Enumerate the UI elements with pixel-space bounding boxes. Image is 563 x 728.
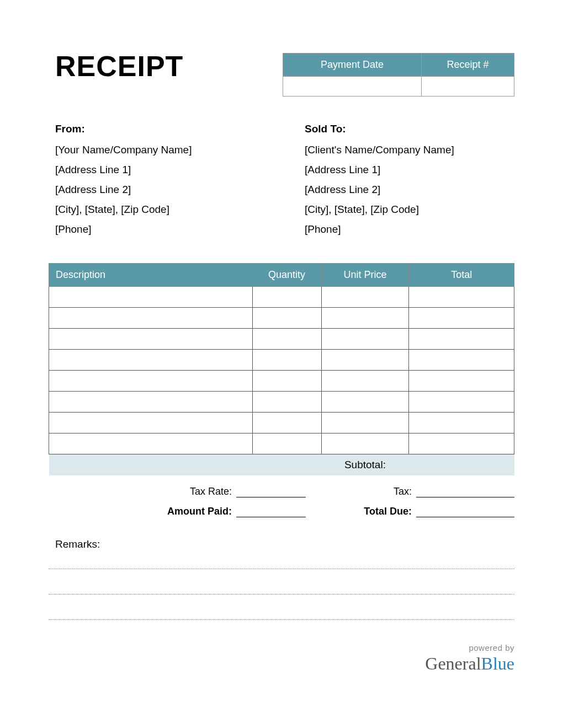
tax-rate-label: Tax Rate: [49, 486, 236, 497]
items-table: Description Quantity Unit Price Total Su… [49, 263, 514, 475]
item-row[interactable] [49, 371, 514, 392]
tax-rate-input[interactable] [236, 485, 306, 497]
remarks-line[interactable] [49, 567, 514, 569]
item-row[interactable] [49, 287, 514, 308]
meta-header-payment-date: Payment Date [283, 53, 422, 77]
item-row[interactable] [49, 413, 514, 433]
from-address-1[interactable]: [Address Line 1] [49, 164, 265, 176]
items-header-quantity: Quantity [252, 264, 321, 287]
items-header-unit-price: Unit Price [321, 264, 409, 287]
sold-to-name[interactable]: [Client's Name/Company Name] [298, 144, 514, 156]
footer: powered by GeneralBlue [49, 643, 514, 674]
subtotal-label: Subtotal: [321, 454, 409, 476]
meta-value-payment-date[interactable] [283, 77, 422, 97]
total-due-input[interactable] [416, 505, 514, 517]
tax-label: Tax: [333, 486, 416, 497]
subtotal-row: Subtotal: [49, 454, 514, 476]
from-city-state-zip[interactable]: [City], [State], [Zip Code] [49, 204, 265, 216]
total-due-label: Total Due: [333, 506, 416, 517]
item-row[interactable] [49, 350, 514, 371]
from-heading: From: [49, 123, 265, 135]
item-row[interactable] [49, 308, 514, 329]
powered-by-text: powered by [49, 643, 514, 652]
item-row[interactable] [49, 433, 514, 454]
meta-table: Payment Date Receipt # [283, 53, 514, 97]
remarks-line[interactable] [49, 618, 514, 620]
amount-paid-label: Amount Paid: [49, 506, 236, 517]
items-header-description: Description [49, 264, 253, 287]
sold-to-address-1[interactable]: [Address Line 1] [298, 164, 514, 176]
sold-to-block: Sold To: [Client's Name/Company Name] [A… [298, 123, 514, 243]
from-block: From: [Your Name/Company Name] [Address … [49, 123, 265, 243]
meta-value-receipt-number[interactable] [421, 77, 514, 97]
tax-input[interactable] [416, 485, 514, 497]
sold-to-heading: Sold To: [298, 123, 514, 135]
from-address-2[interactable]: [Address Line 2] [49, 184, 265, 196]
sold-to-phone[interactable]: [Phone] [298, 223, 514, 235]
brand-blue: Blue [481, 654, 514, 673]
item-row[interactable] [49, 329, 514, 350]
from-name[interactable]: [Your Name/Company Name] [49, 144, 265, 156]
remarks-line[interactable] [49, 592, 514, 595]
subtotal-value[interactable] [409, 454, 514, 476]
brand-logo: GeneralBlue [49, 654, 514, 674]
items-header-total: Total [409, 264, 514, 287]
document-title: RECEIPT [49, 50, 183, 83]
sold-to-city-state-zip[interactable]: [City], [State], [Zip Code] [298, 204, 514, 216]
meta-header-receipt-number: Receipt # [421, 53, 514, 77]
from-phone[interactable]: [Phone] [49, 223, 265, 235]
sold-to-address-2[interactable]: [Address Line 2] [298, 184, 514, 196]
amount-paid-input[interactable] [236, 505, 306, 517]
remarks-label: Remarks: [49, 538, 514, 550]
brand-general: General [425, 654, 481, 673]
item-row[interactable] [49, 392, 514, 413]
